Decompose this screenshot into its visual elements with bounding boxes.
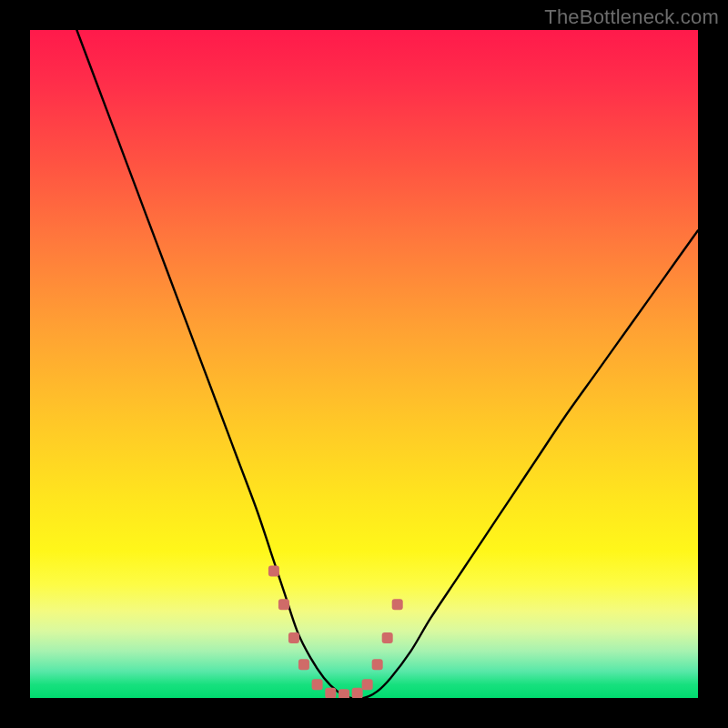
plot-area — [30, 30, 698, 698]
valley-marker — [288, 632, 299, 643]
valley-marker — [312, 679, 323, 690]
valley-marker — [325, 688, 336, 698]
valley-marker — [339, 689, 349, 698]
valley-marker — [372, 659, 383, 670]
chart-svg — [30, 30, 698, 698]
watermark-text: TheBottleneck.com — [544, 5, 719, 29]
valley-markers — [268, 566, 403, 698]
valley-marker — [268, 566, 279, 577]
valley-marker — [382, 632, 393, 643]
valley-marker — [298, 659, 309, 670]
valley-marker — [362, 679, 373, 690]
chart-frame: TheBottleneck.com — [0, 0, 728, 728]
valley-marker — [392, 599, 403, 610]
valley-marker — [278, 599, 289, 610]
bottleneck-curve-line — [76, 30, 698, 698]
valley-marker — [352, 688, 363, 698]
